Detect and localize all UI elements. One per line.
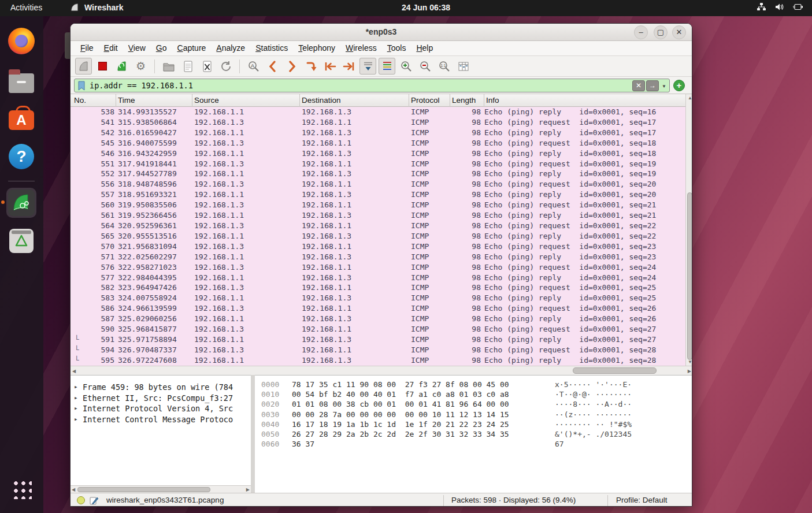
zoom-in-button[interactable] bbox=[398, 58, 414, 75]
hscroll-thumb[interactable] bbox=[573, 367, 657, 374]
hex-row-0010[interactable]: 001000 54 bf b2 40 00 40 01 f7 a1 c0 a8 … bbox=[255, 389, 692, 399]
filter-clear-button[interactable]: ✕ bbox=[632, 80, 645, 91]
expand-arrow-icon[interactable]: ▸ bbox=[74, 414, 78, 425]
go-to-packet-button[interactable] bbox=[302, 58, 319, 75]
column-separator[interactable] bbox=[409, 94, 409, 107]
column-header-time[interactable]: Time bbox=[118, 96, 135, 105]
reload-file-button[interactable] bbox=[217, 58, 234, 75]
packet-row-594[interactable]: └594326.970487337192.168.1.3192.168.1.1I… bbox=[71, 345, 685, 355]
packet-row-552[interactable]: 552317.944527789192.168.1.1192.168.1.3IC… bbox=[71, 169, 685, 179]
scroll-left-icon[interactable]: ◀ bbox=[72, 369, 76, 374]
menu-file[interactable]: File bbox=[75, 41, 99, 56]
packet-row-582[interactable]: 582323.964947426192.168.1.3192.168.1.1IC… bbox=[71, 282, 685, 293]
column-separator[interactable] bbox=[484, 94, 484, 107]
scroll-up-icon[interactable]: ▲ bbox=[688, 95, 692, 101]
menu-statistics[interactable]: Statistics bbox=[250, 41, 293, 56]
hex-row-0050[interactable]: 005026 27 28 29 2a 2b 2c 2d 2e 2f 30 31 … bbox=[255, 429, 692, 439]
expand-arrow-icon[interactable]: ▸ bbox=[74, 393, 78, 404]
maximize-button[interactable]: ▢ bbox=[654, 25, 668, 39]
dock-item-ubuntu-software[interactable]: A bbox=[6, 103, 36, 133]
hex-row-0040[interactable]: 004016 17 18 19 1a 1b 1c 1d 1e 1f 20 21 … bbox=[255, 419, 692, 429]
pane-splitter[interactable] bbox=[251, 375, 255, 493]
scroll-left-icon[interactable]: ◀ bbox=[72, 487, 75, 492]
expert-info-icon[interactable] bbox=[77, 496, 85, 504]
packet-row-565[interactable]: 565320.955513516192.168.1.1192.168.1.3IC… bbox=[71, 231, 685, 241]
detail-row-1[interactable]: ▸Ethernet II, Src: PcsCompu_f3:27 bbox=[71, 393, 251, 404]
filter-add-button[interactable]: + bbox=[673, 80, 685, 91]
expand-arrow-icon[interactable]: ▸ bbox=[74, 403, 78, 414]
zoom-normal-button[interactable]: 1:1 bbox=[436, 58, 453, 75]
column-header-no[interactable]: No. bbox=[74, 96, 86, 105]
hex-row-0030[interactable]: 003000 00 28 7a 00 00 00 00 00 00 10 11 … bbox=[255, 410, 692, 419]
menu-tools[interactable]: Tools bbox=[382, 41, 411, 56]
start-capture-button[interactable] bbox=[75, 58, 92, 75]
filter-apply-button[interactable]: → bbox=[646, 80, 659, 91]
packet-details-pane[interactable]: ▸Frame 459: 98 bytes on wire (784▸Ethern… bbox=[71, 375, 251, 493]
go-forward-button[interactable] bbox=[283, 58, 300, 75]
packet-row-556[interactable]: 556318.948748596192.168.1.3192.168.1.1IC… bbox=[71, 179, 685, 189]
focused-app-name[interactable]: Wireshark bbox=[84, 3, 124, 12]
hex-row-0060[interactable]: 006036 3767 bbox=[255, 439, 692, 449]
packet-row-586[interactable]: 586324.966139599192.168.1.3192.168.1.1IC… bbox=[71, 303, 685, 314]
detail-row-2[interactable]: ▸Internet Protocol Version 4, Src bbox=[71, 403, 251, 414]
packet-row-542[interactable]: 542316.016590427192.168.1.1192.168.1.3IC… bbox=[71, 128, 685, 138]
packet-row-541[interactable]: 541315.938506864192.168.1.3192.168.1.1IC… bbox=[71, 117, 685, 128]
colorize-packets-button[interactable] bbox=[379, 58, 395, 75]
scroll-right-icon[interactable]: ▶ bbox=[688, 369, 691, 374]
resize-columns-button[interactable] bbox=[455, 58, 472, 75]
clock[interactable]: 24 Jun 06:38 bbox=[402, 3, 450, 12]
column-header-length[interactable]: Length bbox=[452, 96, 476, 105]
packet-row-576[interactable]: 576322.958271023192.168.1.3192.168.1.1IC… bbox=[71, 262, 685, 273]
menu-telephony[interactable]: Telephony bbox=[293, 41, 340, 56]
column-separator[interactable] bbox=[450, 94, 450, 107]
packet-row-590[interactable]: 590325.968415877192.168.1.3192.168.1.1IC… bbox=[71, 324, 685, 334]
stop-capture-button[interactable] bbox=[94, 58, 111, 75]
hex-row-0000[interactable]: 000078 17 35 c1 11 90 08 00 27 f3 27 8f … bbox=[255, 380, 692, 389]
go-last-packet-button[interactable] bbox=[340, 58, 357, 75]
column-header-info[interactable]: Info bbox=[486, 96, 499, 105]
system-status-area[interactable] bbox=[757, 2, 804, 12]
menu-help[interactable]: Help bbox=[411, 41, 438, 56]
save-capture-file-button[interactable] bbox=[179, 58, 196, 75]
column-separator[interactable] bbox=[299, 94, 300, 107]
activities-button[interactable]: Activities bbox=[10, 3, 42, 12]
packet-row-564[interactable]: 564320.952596361192.168.1.3192.168.1.1IC… bbox=[71, 221, 685, 231]
filter-bookmark-icon[interactable] bbox=[77, 81, 86, 94]
menu-edit[interactable]: Edit bbox=[99, 41, 123, 56]
packet-row-570[interactable]: 570321.956831094192.168.1.3192.168.1.1IC… bbox=[71, 241, 685, 252]
dock-item-firefox[interactable] bbox=[6, 26, 36, 56]
packet-row-587[interactable]: 587325.029060256192.168.1.1192.168.1.3IC… bbox=[71, 314, 685, 324]
close-button[interactable]: ✕ bbox=[672, 25, 686, 39]
auto-scroll-button[interactable] bbox=[359, 58, 376, 75]
expand-arrow-icon[interactable]: ▸ bbox=[74, 382, 78, 393]
packet-row-577[interactable]: 577322.984044395192.168.1.1192.168.1.3IC… bbox=[71, 273, 685, 283]
packet-row-591[interactable]: └591325.971758894192.168.1.1192.168.1.3I… bbox=[71, 334, 685, 345]
packet-list-header[interactable]: No.TimeSourceDestinationProtocolLengthIn… bbox=[71, 94, 685, 107]
dock-item-trash[interactable] bbox=[6, 226, 36, 256]
packet-bytes-pane[interactable]: 000078 17 35 c1 11 90 08 00 27 f3 27 8f … bbox=[255, 375, 692, 493]
packet-row-538[interactable]: 538314.993135527192.168.1.1192.168.1.3IC… bbox=[71, 107, 685, 117]
dock-item-wireshark[interactable] bbox=[6, 188, 36, 218]
details-hscrollbar[interactable]: ◀ ▶ bbox=[71, 485, 251, 493]
hex-row-0020[interactable]: 002001 01 08 00 38 cb 00 01 00 01 41 81 … bbox=[255, 399, 692, 409]
packet-row-571[interactable]: 571322.025602297192.168.1.1192.168.1.3IC… bbox=[71, 252, 685, 262]
window-titlebar[interactable]: *enp0s3 – ▢ ✕ bbox=[71, 24, 692, 41]
menu-go[interactable]: Go bbox=[151, 41, 172, 56]
capture-file-name[interactable]: wireshark_enp0s3432T61.pcapng bbox=[106, 496, 224, 504]
find-packet-button[interactable]: A bbox=[245, 58, 262, 75]
detail-row-3[interactable]: ▸Internet Control Message Protoco bbox=[71, 414, 251, 425]
profile-label[interactable]: Profile: Default bbox=[616, 496, 668, 504]
dock-item-files[interactable] bbox=[6, 66, 36, 96]
packet-row-561[interactable]: 561319.952366456192.168.1.1192.168.1.3IC… bbox=[71, 210, 685, 221]
minimize-button[interactable]: – bbox=[634, 25, 648, 39]
column-separator[interactable] bbox=[116, 94, 116, 107]
column-header-protocol[interactable]: Protocol bbox=[411, 96, 440, 105]
menu-capture[interactable]: Capture bbox=[172, 41, 212, 56]
scroll-right-icon[interactable]: ▶ bbox=[246, 487, 250, 492]
packet-row-595[interactable]: └595326.972247608192.168.1.1192.168.1.3I… bbox=[71, 355, 685, 366]
menu-view[interactable]: View bbox=[123, 41, 151, 56]
dock-item-show-applications[interactable] bbox=[6, 474, 36, 504]
packet-row-551[interactable]: 551317.941918441192.168.1.3192.168.1.1IC… bbox=[71, 159, 685, 169]
packet-row-583[interactable]: 583324.007558924192.168.1.1192.168.1.3IC… bbox=[71, 293, 685, 303]
capture-comment-icon[interactable] bbox=[90, 496, 99, 507]
